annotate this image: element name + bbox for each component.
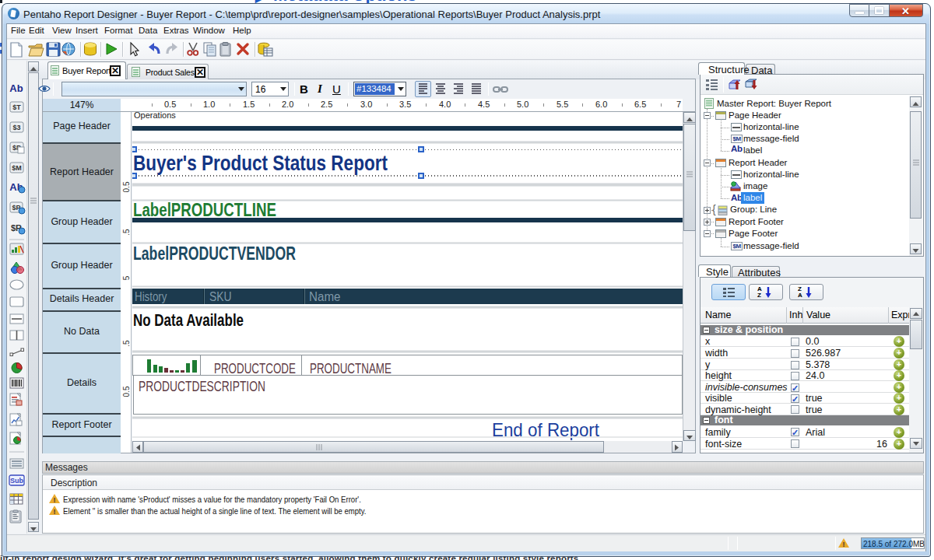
svg-text:Sub: Sub (10, 477, 24, 485)
svg-text:$T: $T (12, 103, 21, 111)
svg-text:Ab: Ab (9, 82, 23, 94)
svg-text:$M: $M (12, 164, 22, 172)
svg-text:$3: $3 (12, 124, 20, 131)
